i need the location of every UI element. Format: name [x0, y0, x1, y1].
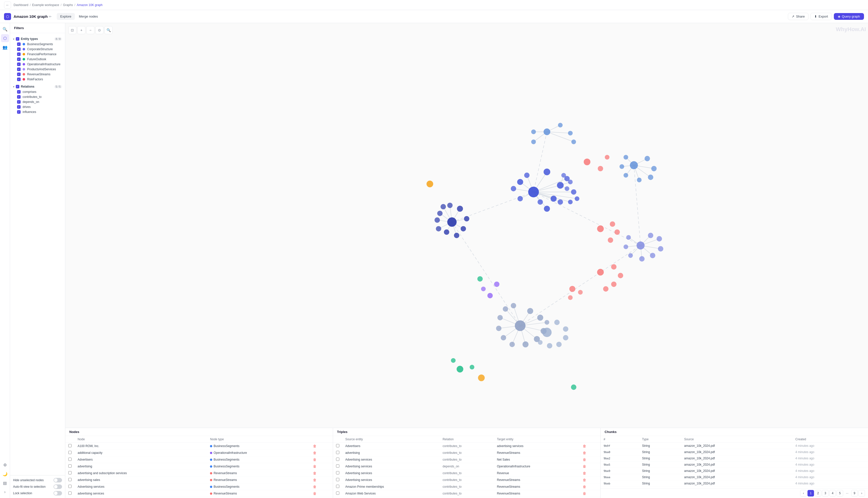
- delete-button[interactable]: 🗑: [313, 471, 316, 475]
- row-checkbox-cell[interactable]: [65, 443, 75, 449]
- filter-cb[interactable]: [17, 105, 21, 109]
- delete-button[interactable]: 🗑: [313, 464, 316, 468]
- breadcrumb-graphs[interactable]: Graphs: [63, 3, 73, 7]
- row-checkbox-cell[interactable]: [333, 483, 342, 490]
- row-checkbox-cell[interactable]: [65, 490, 75, 497]
- tab-explore[interactable]: Explore: [57, 13, 75, 20]
- row-checkbox[interactable]: [336, 464, 339, 468]
- row-checkbox-cell[interactable]: [333, 443, 342, 449]
- sidebar-stack-icon[interactable]: ▤: [1, 479, 9, 487]
- delete-cell[interactable]: 🗑: [310, 490, 333, 497]
- delete-cell[interactable]: 🗑: [580, 449, 600, 456]
- row-checkbox[interactable]: [68, 485, 72, 488]
- sidebar-collapse-icon[interactable]: ›: [1, 488, 9, 496]
- delete-button[interactable]: 🗑: [313, 451, 316, 455]
- row-checkbox-cell[interactable]: [333, 470, 342, 477]
- filter-cb[interactable]: [17, 73, 21, 76]
- row-checkbox-cell[interactable]: [333, 456, 342, 463]
- toggle-lock-switch[interactable]: [53, 491, 62, 496]
- delete-cell[interactable]: 🗑: [580, 483, 600, 490]
- sidebar-users-icon[interactable]: 👥: [1, 43, 9, 51]
- breadcrumb-workspace[interactable]: Example workspace: [32, 3, 59, 7]
- delete-button[interactable]: 🗑: [313, 478, 316, 482]
- delete-button[interactable]: 🗑: [583, 492, 586, 496]
- entity-types-checkbox[interactable]: [16, 37, 20, 41]
- delete-cell[interactable]: 🗑: [580, 477, 600, 483]
- filter-relation-comprises[interactable]: comprises: [10, 89, 65, 94]
- breadcrumb-dashboard[interactable]: Dashboard: [14, 3, 28, 7]
- filter-cb[interactable]: [17, 57, 21, 61]
- back-button[interactable]: ←: [4, 1, 11, 9]
- row-checkbox-cell[interactable]: [333, 477, 342, 483]
- delete-cell[interactable]: 🗑: [310, 483, 333, 490]
- sidebar-moon-icon[interactable]: 🌙: [1, 470, 9, 478]
- chunks-table-wrap[interactable]: # Type Source Created 9b9f String amazon…: [600, 436, 868, 488]
- row-checkbox[interactable]: [336, 458, 339, 461]
- edit-title-icon[interactable]: ✏: [49, 15, 52, 18]
- delete-cell[interactable]: 🗑: [580, 490, 600, 497]
- relations-header[interactable]: ▾ Relations 5 / 5: [10, 84, 65, 89]
- row-checkbox[interactable]: [336, 492, 339, 495]
- graph-area[interactable]: ⊡ + − ⊙ 🔍 WhyHow.AI: [65, 23, 868, 428]
- row-checkbox-cell[interactable]: [333, 463, 342, 470]
- pagination-page-4[interactable]: 4: [829, 490, 836, 497]
- filter-entity-revenuestreams[interactable]: RevenueStreams: [10, 72, 65, 77]
- delete-cell[interactable]: 🗑: [310, 443, 333, 449]
- pagination-page-5[interactable]: 5: [837, 490, 843, 497]
- filter-relation-contributes_to[interactable]: contributes_to: [10, 94, 65, 100]
- delete-button[interactable]: 🗑: [583, 451, 586, 455]
- filter-entity-futureoutlook[interactable]: FutureOutlook: [10, 57, 65, 62]
- filter-cb[interactable]: [17, 95, 21, 99]
- zoom-in-button[interactable]: +: [77, 26, 86, 34]
- delete-cell[interactable]: 🗑: [580, 463, 600, 470]
- row-checkbox-cell[interactable]: [65, 470, 75, 477]
- row-checkbox[interactable]: [336, 485, 339, 488]
- delete-button[interactable]: 🗑: [583, 478, 586, 482]
- center-button[interactable]: ⊙: [95, 26, 103, 34]
- sidebar-search-icon[interactable]: 🔍: [1, 25, 9, 33]
- filter-cb[interactable]: [17, 78, 21, 81]
- filter-cb[interactable]: [17, 110, 21, 114]
- delete-button[interactable]: 🗑: [583, 444, 586, 448]
- delete-button[interactable]: 🗑: [313, 485, 316, 489]
- filter-cb[interactable]: [17, 100, 21, 104]
- pagination-page-1[interactable]: 1: [807, 490, 814, 497]
- pagination-page-2[interactable]: 2: [815, 490, 821, 497]
- row-checkbox-cell[interactable]: [65, 477, 75, 483]
- row-checkbox[interactable]: [68, 458, 72, 461]
- filter-entity-corporatestructure[interactable]: CorporateStructure: [10, 47, 65, 52]
- row-checkbox[interactable]: [68, 478, 72, 481]
- row-checkbox[interactable]: [68, 471, 72, 474]
- delete-cell[interactable]: 🗑: [310, 470, 333, 477]
- row-checkbox-cell[interactable]: [65, 463, 75, 470]
- delete-button[interactable]: 🗑: [313, 458, 316, 462]
- delete-cell[interactable]: 🗑: [580, 470, 600, 477]
- filter-entity-productsandservices[interactable]: ProductsAndServices: [10, 67, 65, 72]
- pagination-page-9[interactable]: 9: [851, 490, 858, 497]
- delete-cell[interactable]: 🗑: [580, 443, 600, 449]
- row-checkbox[interactable]: [336, 471, 339, 474]
- filter-relation-drives[interactable]: drives: [10, 104, 65, 109]
- delete-button[interactable]: 🗑: [583, 458, 586, 462]
- relations-checkbox[interactable]: [16, 85, 20, 88]
- filter-cb[interactable]: [17, 52, 21, 56]
- tab-merge-nodes[interactable]: Merge nodes: [75, 13, 102, 20]
- search-graph-button[interactable]: 🔍: [104, 26, 113, 34]
- pagination-next[interactable]: ›: [858, 490, 865, 497]
- entity-types-header[interactable]: ▾ Entity types 8 / 8: [10, 36, 65, 42]
- toggle-hide-unselected-switch[interactable]: [53, 478, 62, 482]
- filter-cb[interactable]: [17, 48, 21, 51]
- filter-entity-financialperformance[interactable]: FinancialPerformance: [10, 52, 65, 57]
- filter-entity-operationalinfrastructure[interactable]: OperationalInfrastructure: [10, 62, 65, 67]
- nodes-table-wrap[interactable]: Node Node type A100 ROW, Inc. BusinessSe…: [65, 436, 333, 498]
- delete-button[interactable]: 🗑: [313, 492, 316, 496]
- delete-button[interactable]: 🗑: [583, 471, 586, 475]
- delete-cell[interactable]: 🗑: [580, 456, 600, 463]
- row-checkbox[interactable]: [68, 451, 72, 454]
- pagination-prev[interactable]: ‹: [800, 490, 807, 497]
- filter-cb[interactable]: [17, 63, 21, 66]
- row-checkbox[interactable]: [68, 464, 72, 468]
- row-checkbox[interactable]: [336, 478, 339, 481]
- delete-button[interactable]: 🗑: [583, 485, 586, 489]
- filter-cb[interactable]: [17, 42, 21, 46]
